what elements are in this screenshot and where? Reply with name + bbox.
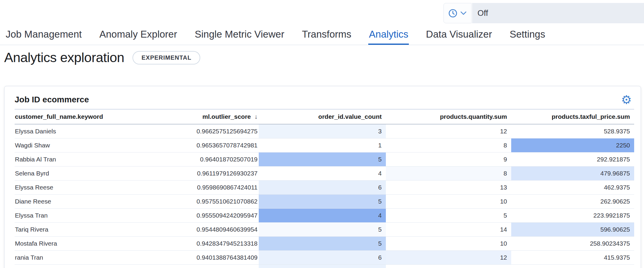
refresh-interval-value[interactable]: Off [472,3,644,23]
cell-score: 0.9544809460639954 [191,223,259,237]
cell-name: Tariq Rivera [15,223,191,237]
cell-quantity: 13 [386,181,511,195]
gear-icon[interactable]: ⚙ [619,94,634,106]
refresh-interval-picker: Off [443,3,644,23]
cell-quantity: 10 [386,195,511,209]
cell-orders: 5 [259,195,386,209]
results-panel-header: Job ID ecommerce ⚙ [15,94,634,105]
cell-name: Rabbia Al Tran [15,153,191,167]
cell-name: Elyssa Morrison [15,265,191,268]
tab-single-metric-viewer[interactable]: Single Metric Viewer [194,24,285,45]
cell-orders: 5 [259,237,386,251]
table-row: Elyssa Tran0.955509424209594745223.99218… [15,209,634,223]
cell-price: 462.9375 [511,181,634,195]
cell-price: 2250 [511,138,634,153]
cell-name: Elyssa Reese [15,181,191,195]
cell-price: 316.8359375 [511,265,634,268]
cell-price: 262.90625 [511,195,634,209]
cell-name: Wagdi Shaw [15,138,191,153]
refresh-settings-button[interactable] [443,3,472,23]
table-row: Elyssa Reese0.9598690867424011613462.937… [15,181,634,195]
column-header-score[interactable]: ml.outlier_score↓ [191,110,259,124]
cell-name: Elyssa Tran [15,209,191,223]
cell-price: 292.921875 [511,153,634,167]
cell-price: 528.9375 [511,124,634,138]
cell-quantity: 12 [386,265,511,268]
cell-score: 0.9575510621070862 [191,195,259,209]
cell-orders: 5 [259,265,386,268]
tab-analytics[interactable]: Analytics [368,24,409,45]
cell-quantity: 9 [386,153,511,167]
table-row: Elyssa Morrison0.9385035037994385512316.… [15,265,634,268]
cell-price: 258.90234375 [511,237,634,251]
tab-data-visualizer[interactable]: Data Visualizer [425,24,492,45]
tab-settings[interactable]: Settings [509,24,546,45]
cell-orders: 5 [259,223,386,237]
table-header-row: customer_full_name.keywordml.outlier_sco… [15,110,634,124]
sort-descending-icon: ↓ [255,113,258,120]
cell-score: 0.9401388764381409 [191,251,259,265]
cell-quantity: 14 [386,223,511,237]
table-row: Wagdi Shaw0.9653657078742981182250 [15,138,634,153]
experimental-badge: EXPERIMENTAL [133,51,200,64]
table-row: Rabbia Al Tran0.96401870250701959292.921… [15,153,634,167]
job-id-title: Job ID ecommerce [15,95,89,104]
tab-transforms[interactable]: Transforms [301,24,352,45]
column-header-quantity[interactable]: products.quantity.sum [386,110,511,124]
page-header: Analytics exploration EXPERIMENTAL [4,45,200,70]
cell-orders: 5 [259,153,386,167]
cell-orders: 4 [259,167,386,181]
ml-analytics-exploration-page: Off Job ManagementAnomaly ExplorerSingle… [0,0,644,268]
cell-quantity: 12 [386,251,511,265]
cell-quantity: 12 [386,124,511,138]
table-row: Diane Reese0.9575510621070862510262.9062… [15,195,634,209]
cell-price: 223.9921875 [511,209,634,223]
cell-orders: 4 [259,209,386,223]
cell-score: 0.9428347945213318 [191,237,259,251]
cell-score: 0.9611979126930237 [191,167,259,181]
cell-price: 479.96875 [511,167,634,181]
outliers-results-table: customer_full_name.keywordml.outlier_sco… [15,110,634,268]
clock-icon [448,9,457,18]
cell-quantity: 8 [386,138,511,153]
ml-nav-tabs: Job ManagementAnomaly ExplorerSingle Met… [0,24,644,45]
cell-price: 415.9375 [511,251,634,265]
column-header-name[interactable]: customer_full_name.keyword [15,110,191,124]
page-title: Analytics exploration [4,50,124,65]
tab-anomaly-explorer[interactable]: Anomaly Explorer [99,24,178,45]
chevron-down-icon [460,11,467,15]
cell-orders: 6 [259,181,386,195]
cell-orders: 3 [259,124,386,138]
cell-orders: 1 [259,138,386,153]
cell-score: 0.9385035037994385 [191,265,259,268]
column-header-price[interactable]: products.taxful_price.sum [511,110,634,124]
column-header-orders[interactable]: order_id.value_count [259,110,386,124]
cell-name: Selena Byrd [15,167,191,181]
cell-name: Diane Reese [15,195,191,209]
cell-name: Mostafa Rivera [15,237,191,251]
cell-quantity: 5 [386,209,511,223]
cell-score: 0.9662575125694275 [191,124,259,138]
cell-score: 0.9555094242095947 [191,209,259,223]
cell-name: Elyssa Daniels [15,124,191,138]
results-panel: Job ID ecommerce ⚙ customer_full_name.ke… [4,86,641,268]
table-row: Mostafa Rivera0.9428347945213318510258.9… [15,237,634,251]
cell-score: 0.9598690867424011 [191,181,259,195]
cell-quantity: 10 [386,237,511,251]
tab-job-management[interactable]: Job Management [5,24,82,45]
cell-score: 0.9653657078742981 [191,138,259,153]
table-row: Tariq Rivera0.9544809460639954514596.906… [15,223,634,237]
table-row: Selena Byrd0.961197912693023748479.96875 [15,167,634,181]
table-row: Elyssa Daniels0.9662575125694275312528.9… [15,124,634,138]
cell-score: 0.964018702507019 [191,153,259,167]
cell-orders: 6 [259,251,386,265]
cell-name: rania Tran [15,251,191,265]
cell-price: 596.90625 [511,223,634,237]
cell-quantity: 8 [386,167,511,181]
table-row: rania Tran0.9401388764381409612415.9375 [15,251,634,265]
